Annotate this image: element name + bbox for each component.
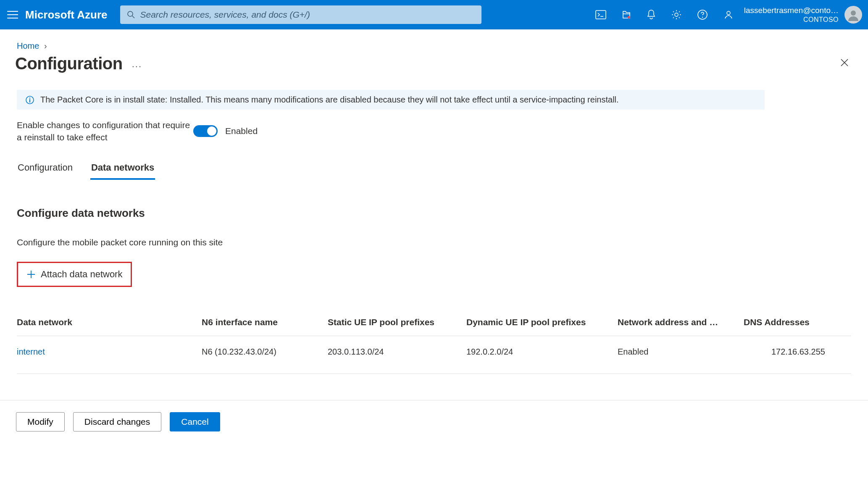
svg-point-3 bbox=[628, 16, 630, 18]
table-header-row: Data network N6 interface name Static UE… bbox=[17, 309, 851, 336]
tab-configuration[interactable]: Configuration bbox=[17, 162, 74, 180]
close-icon bbox=[839, 58, 850, 68]
chevron-right-icon: › bbox=[44, 41, 47, 50]
footer-action-bar: Modify Discard changes Cancel bbox=[0, 400, 868, 443]
data-network-link[interactable]: internet bbox=[17, 347, 202, 357]
modify-button[interactable]: Modify bbox=[16, 412, 65, 431]
more-actions-button[interactable]: ··· bbox=[132, 61, 142, 72]
svg-rect-11 bbox=[29, 99, 30, 103]
azure-header: Microsoft Azure Search resources, servic… bbox=[0, 0, 868, 29]
plus-icon bbox=[26, 270, 36, 279]
section-description: Configure the mobile packet core running… bbox=[17, 237, 851, 247]
cell-network-address: Enabled bbox=[618, 347, 744, 357]
tab-data-networks[interactable]: Data networks bbox=[90, 162, 155, 180]
breadcrumb: Home › bbox=[0, 29, 868, 51]
svg-point-8 bbox=[851, 11, 856, 16]
info-icon bbox=[25, 95, 34, 105]
cancel-button[interactable]: Cancel bbox=[170, 412, 220, 431]
toggle-state: Enabled bbox=[225, 126, 258, 136]
reinstall-toggle[interactable] bbox=[193, 125, 218, 137]
col-network-address[interactable]: Network address and … bbox=[618, 317, 744, 327]
info-text: The Packet Core is in install state: Ins… bbox=[40, 95, 619, 105]
search-input[interactable]: Search resources, services, and docs (G+… bbox=[120, 5, 481, 24]
svg-point-7 bbox=[727, 11, 730, 15]
svg-rect-2 bbox=[596, 11, 606, 19]
svg-point-4 bbox=[675, 13, 678, 16]
hamburger-icon bbox=[7, 11, 18, 19]
attach-data-network-button[interactable]: Attach data network bbox=[17, 262, 132, 287]
col-data-network[interactable]: Data network bbox=[17, 317, 202, 327]
search-icon bbox=[127, 11, 135, 19]
svg-point-0 bbox=[128, 11, 133, 16]
attach-data-network-label: Attach data network bbox=[41, 269, 122, 280]
data-networks-table: Data network N6 interface name Static UE… bbox=[17, 309, 851, 374]
header-icon-group bbox=[585, 9, 744, 20]
breadcrumb-home[interactable]: Home bbox=[17, 41, 39, 50]
col-dynamic-ue[interactable]: Dynamic UE IP pool prefixes bbox=[466, 317, 618, 327]
svg-point-6 bbox=[702, 17, 703, 18]
table-row: internet N6 (10.232.43.0/24) 203.0.113.0… bbox=[17, 336, 851, 374]
svg-point-10 bbox=[29, 97, 30, 98]
svg-line-1 bbox=[132, 16, 134, 18]
reinstall-toggle-label: Enable changes to configuration that req… bbox=[17, 119, 193, 144]
cell-n6: N6 (10.232.43.0/24) bbox=[202, 347, 328, 357]
feedback-icon[interactable] bbox=[723, 9, 734, 20]
help-icon[interactable] bbox=[697, 9, 708, 20]
close-button[interactable] bbox=[839, 58, 850, 70]
user-menu[interactable]: lassebertrasmen@conto… CONTOSO bbox=[744, 5, 868, 24]
settings-icon[interactable] bbox=[671, 9, 682, 20]
user-email: lassebertrasmen@conto… bbox=[744, 5, 839, 16]
directories-icon[interactable] bbox=[621, 10, 631, 20]
search-placeholder: Search resources, services, and docs (G+… bbox=[140, 10, 310, 20]
azure-logo[interactable]: Microsoft Azure bbox=[25, 8, 108, 21]
cell-static-ue: 203.0.113.0/24 bbox=[328, 347, 466, 357]
avatar bbox=[844, 6, 862, 24]
avatar-icon bbox=[847, 8, 860, 21]
col-n6-interface[interactable]: N6 interface name bbox=[202, 317, 328, 327]
discard-changes-button[interactable]: Discard changes bbox=[73, 412, 161, 431]
cloud-shell-icon[interactable] bbox=[595, 10, 606, 19]
col-dns-addresses[interactable]: DNS Addresses bbox=[744, 317, 853, 327]
cell-dns: 172.16.63.255 bbox=[744, 347, 853, 357]
info-banner: The Packet Core is in install state: Ins… bbox=[17, 90, 765, 110]
cell-dynamic-ue: 192.0.2.0/24 bbox=[466, 347, 618, 357]
page-title: Configuration bbox=[15, 54, 123, 73]
col-static-ue[interactable]: Static UE IP pool prefixes bbox=[328, 317, 466, 327]
hamburger-menu[interactable] bbox=[0, 11, 25, 19]
tab-bar: Configuration Data networks bbox=[17, 162, 851, 180]
notifications-icon[interactable] bbox=[647, 9, 656, 20]
section-title: Configure data networks bbox=[17, 207, 851, 220]
user-organization: CONTOSO bbox=[744, 16, 839, 24]
